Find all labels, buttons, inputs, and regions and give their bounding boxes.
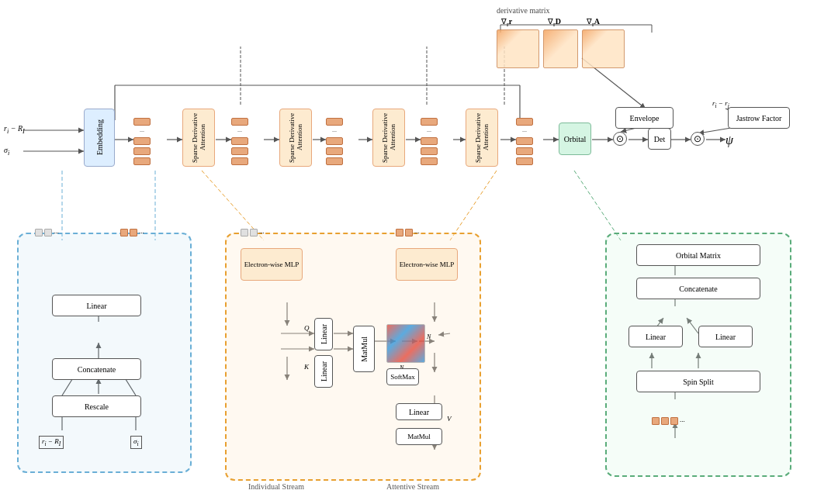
sda-label-3: Sparse Derivative Attention (381, 109, 396, 166)
linear-box-blue: Linear (52, 295, 141, 316)
feature-block-1: ··· (133, 118, 151, 165)
linear-box-green-left: Linear (628, 326, 683, 347)
det-block: Det (648, 128, 671, 150)
q-label: Q (304, 324, 310, 332)
input-label-r: ri − RI (4, 124, 25, 135)
jastrow-input-label: ri − rj (712, 99, 729, 109)
svg-line-32 (574, 171, 621, 240)
feature-block-4: ··· (421, 118, 438, 165)
matmul-label: MatMul (360, 337, 369, 362)
derivative-matrix-label: derivative matrix (497, 6, 550, 15)
multiply-circle-2: ⊙ (691, 132, 705, 146)
n-label-1: N (427, 333, 431, 340)
blue-preview-1: ··· (35, 229, 59, 236)
svg-line-31 (450, 171, 497, 240)
k-label: K (304, 363, 309, 371)
spin-split-box: Spin Split (636, 371, 760, 392)
input-label-sigma: σi (4, 146, 9, 157)
linear-box-green-right: Linear (698, 326, 753, 347)
electron-mlp-individual: Electron-wise MLP (241, 248, 303, 281)
sda-block-3: Sparse Derivative Attention (372, 109, 405, 167)
k-linear-label: Linear (320, 361, 328, 381)
multiply-circle-1: ⊙ (613, 132, 627, 146)
orbital-block: Orbital (559, 123, 591, 155)
electron-mlp-attentive: Electron-wise MLP (396, 248, 458, 281)
concatenate-box-green: Concatenate (636, 278, 760, 299)
v-label: V (447, 415, 452, 423)
grad-r-r-label: ∇rr (501, 17, 512, 28)
sda-label-4: Sparse Derivative Attention (474, 109, 490, 166)
green-preview-bottom: ··· (652, 417, 685, 425)
individual-stream-label: Individual Stream (248, 482, 304, 491)
feature-block-final: ··· (516, 118, 533, 165)
orbital-detail-region (605, 233, 791, 477)
concatenate-box-blue: Concatenate (52, 358, 141, 380)
attention-heatmap (386, 324, 425, 363)
softmax-box: SoftMax (386, 368, 419, 385)
embedding-block: Embedding (84, 109, 115, 167)
q-linear-box: Linear (314, 318, 333, 350)
psi-label: ψ (725, 133, 733, 147)
sda-block-1: Sparse Derivative Attention (182, 109, 215, 167)
grad-r-D-matrix (543, 29, 578, 68)
diagram-container: ri − RI σi Embedding ··· Sparse Derivati… (0, 0, 838, 504)
grad-r-r-matrix (497, 29, 539, 68)
sda-block-4: Sparse Derivative Attention (466, 109, 498, 167)
matmul-attentive: MatMul (396, 428, 442, 445)
jastrow-factor-block: Jastrow Factor (728, 107, 790, 129)
rescale-box: Rescale (52, 395, 141, 417)
orange-preview-indiv: ··· (241, 229, 265, 236)
blue-preview-2: ··· (120, 229, 144, 236)
sda-label-1: Sparse Derivative Attention (191, 109, 206, 166)
feature-block-2: ··· (231, 118, 248, 165)
linear-attentive: Linear (396, 403, 442, 420)
matmul-box: MatMul (353, 326, 375, 372)
embedding-label: Embedding (95, 119, 104, 155)
q-linear-label: Linear (320, 324, 328, 344)
k-linear-box: Linear (314, 355, 333, 388)
grad-r-A-matrix (582, 29, 625, 68)
grad-r-A-label: ∇rA (587, 17, 600, 28)
envelope-block: Envelope (615, 107, 674, 129)
grad-r-D-label: ∇rD (548, 17, 561, 28)
attentive-stream-label: Attentive Stream (386, 482, 439, 491)
orbital-matrix-box: Orbital Matrix (636, 244, 760, 266)
orange-preview-attentive: ··· (396, 229, 420, 236)
sda-label-2: Sparse Derivative Attention (288, 109, 303, 166)
bottom-input-r: ri − RI (39, 436, 64, 449)
bottom-input-sigma: σi (130, 436, 142, 449)
feature-block-3: ··· (326, 118, 343, 165)
sda-block-2: Sparse Derivative Attention (279, 109, 312, 167)
